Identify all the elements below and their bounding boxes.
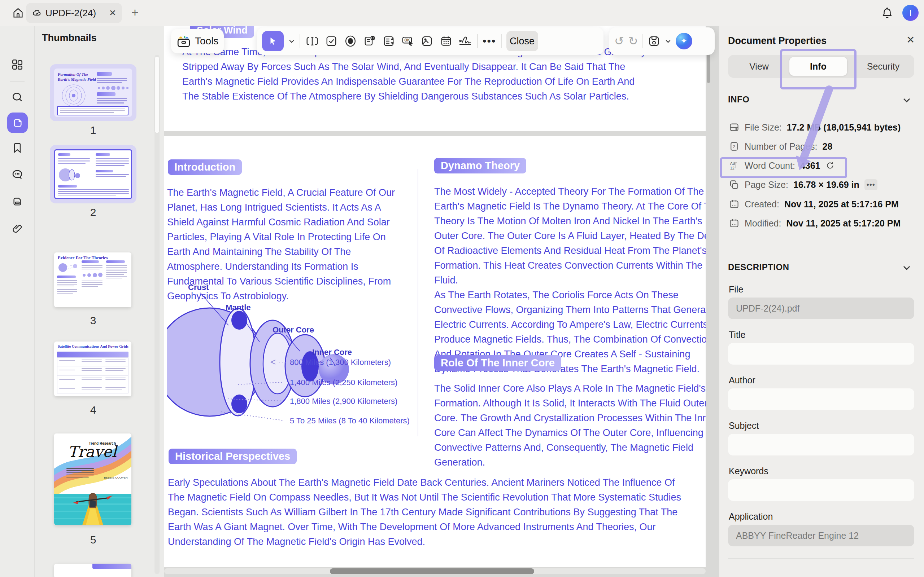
thumbnail-page-2[interactable] bbox=[50, 145, 136, 203]
tab-close-icon[interactable]: ✕ bbox=[109, 8, 116, 18]
dropdown-field-tool-button[interactable] bbox=[362, 34, 377, 48]
thumb3-title: Evidence For The Theories bbox=[58, 255, 108, 261]
diagram-label-mantle: Mantle bbox=[226, 303, 251, 312]
calendar-icon bbox=[729, 218, 740, 229]
svg-text:1,800 Miles (2,900 Kilometers): 1,800 Miles (2,900 Kilometers) bbox=[290, 397, 397, 406]
select-tool-chevron-icon[interactable] bbox=[288, 38, 295, 44]
tools-label: Tools bbox=[195, 35, 218, 47]
panel-divider bbox=[728, 558, 914, 559]
info-tab-highlight-annotation bbox=[780, 49, 856, 89]
thumbnail-page-2-number: 2 bbox=[50, 206, 136, 219]
comment-icon bbox=[11, 168, 23, 181]
file-size-icon bbox=[729, 122, 740, 133]
sidebar-item-home-grid[interactable] bbox=[9, 56, 26, 73]
panel-title: Document Properties bbox=[728, 35, 827, 47]
page-size-more-button[interactable]: ••• bbox=[864, 179, 877, 190]
select-tool-button[interactable] bbox=[262, 31, 284, 51]
left-toolbar bbox=[0, 26, 35, 577]
ai-assistant-button[interactable]: ✦ bbox=[676, 33, 692, 49]
avatar-initial: I bbox=[909, 8, 912, 18]
thumbnail-page-3[interactable]: Evidence For The Theories bbox=[54, 253, 131, 307]
pdf-page-2[interactable]: Introduction The Earth's Magnetic Field,… bbox=[164, 136, 706, 567]
date-field-tool-button[interactable] bbox=[439, 34, 453, 48]
avatar[interactable]: I bbox=[902, 5, 919, 21]
subject-field-input[interactable] bbox=[728, 434, 914, 456]
sidebar-divider bbox=[10, 81, 24, 82]
introduction-heading: Introduction bbox=[168, 160, 242, 175]
radio-button-tool-button[interactable] bbox=[343, 34, 358, 48]
thumbnail-page-5[interactable]: Trend Research Travel BESSIE COOPER bbox=[54, 434, 131, 525]
description-section-header: DESCRIPTION bbox=[728, 262, 789, 272]
thumbnail-page-3-number: 3 bbox=[50, 314, 136, 327]
toolbar-divider bbox=[643, 34, 643, 48]
save-chevron-icon[interactable] bbox=[665, 38, 671, 44]
text-field-tool-button[interactable] bbox=[305, 34, 320, 48]
info-section-header: INFO bbox=[728, 95, 749, 105]
new-tab-button[interactable]: + bbox=[127, 4, 143, 20]
thumbnails-scrollbar-thumb[interactable] bbox=[155, 56, 160, 134]
thumbnail-page-1-number: 1 bbox=[50, 124, 136, 136]
page-size-icon bbox=[729, 179, 740, 190]
created-row: Created: Nov 11, 2025 at 5:17:16 PM bbox=[729, 199, 899, 210]
thumbnail-page-1[interactable]: Formation Of The Earth's Magnetic Field bbox=[50, 64, 136, 121]
svg-text:1,400 Miles (2,250 Kilometers): 1,400 Miles (2,250 Kilometers) bbox=[290, 378, 397, 387]
cursor-icon bbox=[268, 36, 278, 46]
thumbnail-page-6[interactable] bbox=[54, 564, 131, 577]
tab-security[interactable]: Security bbox=[852, 55, 914, 78]
sidebar-item-attachments[interactable] bbox=[9, 220, 26, 237]
sidebar-item-form-fields[interactable] bbox=[9, 193, 26, 210]
page-size-row: Page Size: 16.78 × 19.69 in ••• bbox=[729, 179, 877, 190]
sidebar-item-search[interactable] bbox=[9, 89, 26, 106]
more-tools-button[interactable]: ••• bbox=[483, 35, 496, 47]
document-horizontal-scrollbar-thumb[interactable] bbox=[330, 568, 534, 574]
grid-icon bbox=[11, 58, 23, 71]
signature-field-tool-button[interactable] bbox=[458, 34, 472, 48]
panel-close-icon[interactable]: ✕ bbox=[906, 34, 914, 46]
document-tab[interactable]: UPDF-2(24) ✕ bbox=[26, 3, 122, 23]
notifications-button[interactable] bbox=[879, 5, 895, 21]
earth-layers-diagram: Crust Mantle Outer Core Inner Core 800 M… bbox=[167, 280, 416, 430]
search-icon bbox=[11, 91, 23, 103]
inner-core-heading: Role Of The Inner Core bbox=[434, 355, 561, 371]
thumbnails-title: Thumbnails bbox=[42, 32, 97, 44]
thumb1-title: Formation Of The bbox=[58, 72, 88, 76]
history-save-toolbar: ↺ ↻ ✦ bbox=[609, 27, 715, 55]
diagram-label-inner-core: Inner Core bbox=[312, 348, 352, 357]
thumbnail-page-4[interactable]: Satellite Communications And Power Grids bbox=[54, 342, 131, 396]
home-button[interactable] bbox=[10, 4, 27, 22]
word-count-highlight-annotation bbox=[720, 157, 847, 178]
image-field-tool-button[interactable] bbox=[420, 34, 434, 48]
dynamo-theory-paragraphs: The Most Widely - Accepted Theory For Th… bbox=[434, 184, 706, 377]
close-button[interactable]: Close bbox=[506, 31, 538, 51]
description-collapse-chevron-icon[interactable] bbox=[902, 263, 911, 272]
sidebar-item-bookmarks[interactable] bbox=[9, 139, 26, 156]
sidebar-item-comments[interactable] bbox=[9, 166, 26, 183]
toolbar-divider bbox=[501, 34, 502, 48]
historical-paragraph: Early Speculations About The Earth's Mag… bbox=[168, 475, 691, 549]
redo-icon[interactable]: ↻ bbox=[628, 35, 638, 47]
checkbox-tool-button[interactable] bbox=[324, 34, 339, 48]
historical-heading: Historical Perspectives bbox=[168, 449, 297, 464]
title-bar: UPDF-2(24) ✕ + I bbox=[0, 0, 924, 26]
form-page-icon bbox=[11, 196, 23, 207]
author-field-label: Author bbox=[729, 375, 756, 385]
sidebar-item-thumbnails-active[interactable] bbox=[7, 113, 28, 133]
title-field-label: Title bbox=[729, 330, 745, 340]
title-field-input[interactable] bbox=[728, 343, 914, 364]
svg-text:5 To 25 Miles (8 To 40 Kilomet: 5 To 25 Miles (8 To 40 Kilometers) bbox=[290, 416, 410, 425]
push-button-tool-button[interactable]: OK bbox=[401, 34, 415, 48]
toolbox-icon bbox=[176, 34, 191, 48]
form-toolbar: OK ••• Close bbox=[257, 27, 604, 55]
file-field-label: File bbox=[729, 284, 743, 295]
column-divider bbox=[418, 169, 418, 436]
info-collapse-chevron-icon[interactable] bbox=[902, 95, 911, 105]
sidebar-item-appearance[interactable] bbox=[9, 575, 26, 577]
file-field-value: UPDF-2(24).pdf bbox=[728, 298, 914, 319]
page-count-row: 2 Number of Pages: 28 bbox=[729, 141, 832, 152]
save-icon[interactable] bbox=[648, 35, 661, 48]
undo-icon[interactable]: ↺ bbox=[614, 35, 624, 47]
list-box-tool-button[interactable] bbox=[381, 34, 396, 48]
tools-button[interactable]: Tools bbox=[171, 29, 224, 53]
keywords-field-input[interactable] bbox=[728, 479, 914, 501]
author-field-input[interactable] bbox=[728, 388, 914, 410]
